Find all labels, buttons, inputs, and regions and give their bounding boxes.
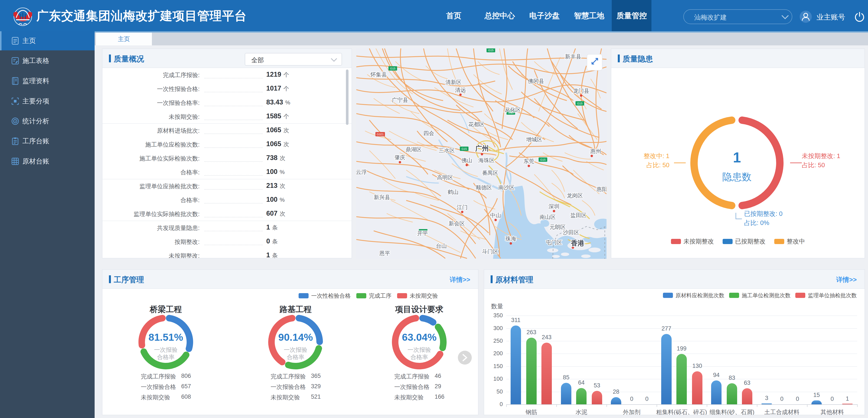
svg-text:G15: G15 [462,147,467,150]
svg-text:番禺区: 番禺区 [482,170,498,176]
svg-text:肇庆: 肇庆 [395,154,405,160]
svg-text:佛山: 佛山 [461,157,472,163]
svg-text:新会区: 新会区 [449,220,465,227]
svg-text:G15: G15 [390,67,396,70]
svg-text:四会: 四会 [423,130,434,136]
svg-text:江门: 江门 [457,204,468,210]
svg-text:增城区: 增城区 [526,137,542,143]
svg-text:花都区: 花都区 [468,121,485,127]
svg-text:台山: 台山 [436,243,447,249]
svg-text:开平: 开平 [417,230,428,236]
svg-text:清远: 清远 [455,87,466,93]
svg-text:斗门区: 斗门区 [482,248,498,255]
svg-text:怀集县: 怀集县 [370,71,387,78]
svg-text:广州: 广州 [475,145,489,152]
svg-text:元朗区: 元朗区 [550,224,566,230]
svg-text:清新区: 清新区 [445,79,462,85]
svg-text:G15: G15 [488,49,494,52]
svg-text:海珠区: 海珠区 [478,157,495,163]
svg-text:鼎湖区: 鼎湖区 [406,146,422,152]
svg-text:新丰县: 新丰县 [565,53,581,59]
svg-text:从化区: 从化区 [505,107,521,113]
svg-text:东莞: 东莞 [523,158,534,164]
svg-text:南山区: 南山区 [540,214,556,220]
svg-text:屯门区: 屯门区 [546,239,562,245]
svg-text:云浮: 云浮 [356,169,367,175]
svg-text:南沙区: 南沙区 [498,184,515,190]
svg-text:珠海: 珠海 [505,236,516,242]
svg-text:高明区: 高明区 [437,174,453,180]
svg-text:惠州: 惠州 [590,148,601,154]
svg-text:龙岗区: 龙岗区 [567,192,583,199]
svg-text:龙门县: 龙门县 [573,88,589,94]
svg-text:沙田区: 沙田区 [563,229,579,235]
svg-text:深圳: 深圳 [549,203,559,209]
svg-text:盐田区: 盐田区 [570,212,587,218]
svg-text:中山: 中山 [490,212,501,218]
svg-text:顺德区: 顺德区 [476,184,492,190]
svg-text:香港: 香港 [571,239,584,247]
svg-text:恩平: 恩平 [379,250,390,256]
svg-text:鹤山: 鹤山 [448,189,459,195]
svg-text:惠阳区: 惠阳区 [596,186,607,192]
svg-text:G15: G15 [540,158,546,161]
svg-text:广宁县: 广宁县 [392,97,408,103]
svg-text:三水区: 三水区 [439,147,455,153]
svg-text:新兴县: 新兴县 [374,194,390,200]
svg-text:佛冈县: 佛冈县 [528,78,544,84]
svg-text:G15: G15 [577,102,583,105]
svg-text:G321: G321 [377,133,384,136]
